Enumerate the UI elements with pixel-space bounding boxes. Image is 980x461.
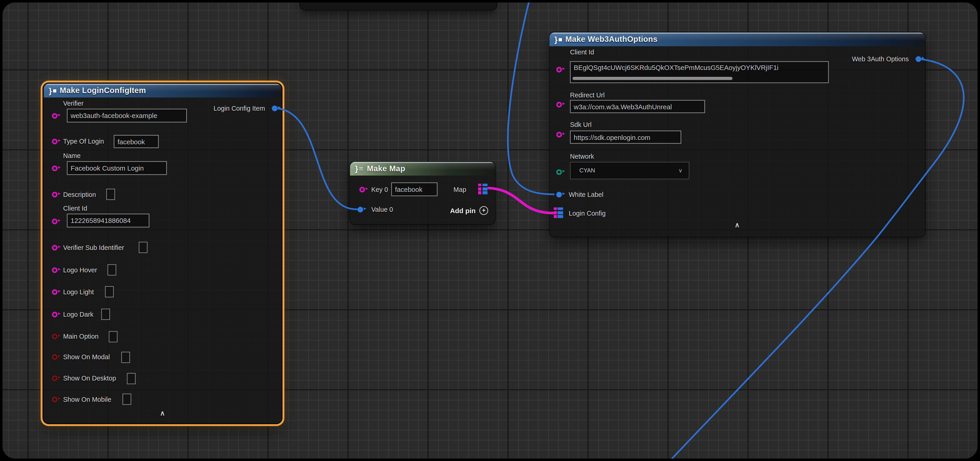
logo-hover-field[interactable] xyxy=(108,264,116,275)
node-make-map[interactable]: }≡ Make Map Key 0 facebook Map Value 0 A… xyxy=(350,162,495,224)
node-make-loginconfigitem[interactable]: } Make LoginConfigItem Login Config Item… xyxy=(44,84,281,423)
main-option-checkbox[interactable] xyxy=(109,331,117,342)
show-on-desktop-pin[interactable] xyxy=(52,375,58,381)
blueprint-canvas[interactable]: } Make LoginConfigItem Login Config Item… xyxy=(3,3,977,458)
value0-label: Value 0 xyxy=(371,205,393,213)
sdk-url-label: Sdk Url xyxy=(570,121,592,128)
redirect-url-pin[interactable] xyxy=(556,102,562,107)
logo-light-pin[interactable] xyxy=(52,289,58,295)
client-id-pin[interactable] xyxy=(52,218,58,224)
wire-top-to-whitelabel[interactable] xyxy=(508,3,554,194)
collapse-chevron-icon[interactable]: ∧ xyxy=(549,222,925,229)
sdk-url-pin[interactable] xyxy=(556,132,562,137)
network-value: CYAN xyxy=(579,167,678,173)
client-id-pin[interactable] xyxy=(556,67,562,72)
login-config-label: Login Config xyxy=(569,209,606,217)
logo-light-field[interactable] xyxy=(105,286,114,297)
network-dropdown[interactable]: CYAN ∨ xyxy=(570,162,689,179)
map-output-label: Map xyxy=(453,186,466,193)
logo-dark-field[interactable] xyxy=(101,309,110,320)
collapse-chevron-icon[interactable]: ∧ xyxy=(44,410,281,416)
add-pin-label: Add pin xyxy=(450,207,476,214)
key0-label: Key 0 xyxy=(371,186,388,193)
client-id-label: Client Id xyxy=(570,48,594,56)
make-map-icon: }≡ xyxy=(355,165,363,173)
verifier-sub-identifier-label: Verifier Sub Identifier xyxy=(63,244,124,251)
node-title: Make Map xyxy=(367,164,406,173)
white-label-pin[interactable] xyxy=(556,191,562,197)
network-pin[interactable] xyxy=(556,169,562,175)
login-config-pin[interactable] xyxy=(554,207,563,218)
show-on-modal-label: Show On Modal xyxy=(63,353,110,361)
verifier-label: Verifier xyxy=(63,99,83,107)
redirect-url-label: Redirect Url xyxy=(570,91,605,99)
key0-pin[interactable] xyxy=(359,187,365,192)
main-option-label: Main Option xyxy=(63,332,99,340)
logo-hover-pin[interactable] xyxy=(52,267,58,273)
client-id-field[interactable]: 1222658941886084 xyxy=(67,214,150,227)
node-header[interactable]: } Make LoginConfigItem xyxy=(44,84,281,97)
node-header[interactable]: } Make Web3AuthOptions xyxy=(549,32,925,46)
show-on-modal-pin[interactable] xyxy=(52,354,58,360)
make-struct-icon: } xyxy=(49,86,56,95)
client-id-label: Client Id xyxy=(63,204,87,212)
white-label-label: White Label xyxy=(569,191,603,198)
name-field[interactable]: Facebook Custom Login xyxy=(67,161,167,175)
main-option-pin[interactable] xyxy=(52,334,58,339)
redirect-url-field[interactable]: w3a://com.w3a.Web3AuthUnreal xyxy=(570,100,705,113)
show-on-mobile-pin[interactable] xyxy=(52,396,58,402)
blueprint-editor: } Make LoginConfigItem Login Config Item… xyxy=(0,0,980,461)
field-scrollbar[interactable] xyxy=(573,77,732,80)
logo-dark-pin[interactable] xyxy=(52,312,58,317)
value0-pin[interactable] xyxy=(358,207,363,212)
logo-hover-label: Logo Hover xyxy=(63,266,97,274)
add-pin-button[interactable]: Add pin + xyxy=(450,206,488,215)
node-title: Make LoginConfigItem xyxy=(60,86,146,95)
dropdown-chevron-icon: ∨ xyxy=(678,167,682,173)
name-label: Name xyxy=(63,152,81,159)
logo-dark-label: Logo Dark xyxy=(63,310,93,318)
client-id-field[interactable]: BEglQSgt4cUWcj6SKRdu5QkOXTsePmMcusG5EAoy… xyxy=(570,61,829,83)
verifier-field[interactable]: web3auth-facebook-example xyxy=(67,109,187,122)
verifier-sub-identifier-field[interactable] xyxy=(139,242,148,253)
output-label: Login Config Item xyxy=(214,104,265,112)
network-label: Network xyxy=(570,153,594,160)
node-title: Make Web3AuthOptions xyxy=(565,35,657,44)
type-of-login-label: Type Of Login xyxy=(63,137,104,145)
logo-light-label: Logo Light xyxy=(63,288,94,296)
add-pin-plus-icon: + xyxy=(479,206,488,215)
verifier-sub-identifier-pin[interactable] xyxy=(52,245,58,250)
show-on-desktop-checkbox[interactable] xyxy=(127,373,136,384)
show-on-mobile-label: Show On Mobile xyxy=(63,395,111,403)
wire-loginconfigitem-to-value0[interactable] xyxy=(272,108,357,210)
sdk-url-field[interactable]: https://sdk.openlogin.com xyxy=(570,130,681,144)
verifier-pin[interactable] xyxy=(52,113,58,118)
make-struct-icon: } xyxy=(554,35,562,43)
type-of-login-field[interactable]: facebook xyxy=(114,135,159,148)
show-on-desktop-label: Show On Desktop xyxy=(63,374,116,382)
map-output-pin[interactable] xyxy=(478,184,487,194)
description-label: Description xyxy=(63,191,96,198)
show-on-modal-checkbox[interactable] xyxy=(121,352,130,363)
key0-field[interactable]: facebook xyxy=(391,183,438,196)
show-on-mobile-checkbox[interactable] xyxy=(123,394,131,405)
name-pin[interactable] xyxy=(52,165,58,171)
description-pin[interactable] xyxy=(52,191,58,197)
offscreen-node[interactable] xyxy=(300,3,497,10)
type-of-login-pin[interactable] xyxy=(52,138,58,144)
description-field[interactable] xyxy=(106,189,115,200)
wire-map-to-loginconfig[interactable] xyxy=(489,188,554,213)
node-header[interactable]: }≡ Make Map xyxy=(350,162,495,176)
output-label: Web 3Auth Options xyxy=(852,55,908,62)
node-make-web3authoptions[interactable]: } Make Web3AuthOptions Web 3Auth Options… xyxy=(549,32,925,237)
